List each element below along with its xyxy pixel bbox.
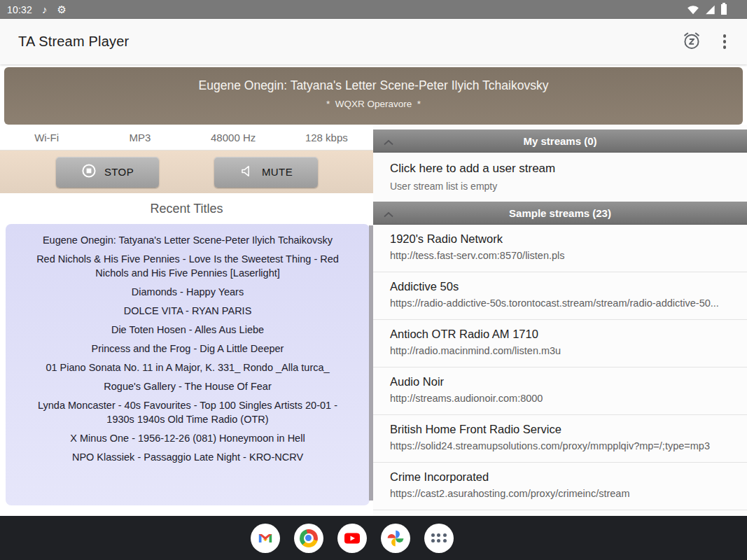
recent-title: NPO Klassiek - Passaggio Late Night - KR… (25, 450, 350, 464)
stream-item[interactable]: Antioch OTR Radio AM 1710 http://radio.m… (373, 320, 747, 368)
sample-streams-header-label: Sample streams (23) (373, 207, 747, 219)
mute-button[interactable]: MUTE (214, 157, 318, 188)
photos-icon[interactable] (381, 524, 410, 553)
stream-item[interactable]: British Home Front Radio Service https:/… (373, 415, 747, 463)
recent-title: Rogue's Gallery - The House Of Fear (25, 379, 350, 393)
add-user-stream-title: Click here to add a user stream (390, 162, 747, 176)
now-playing-title: Eugene Onegin: Tatyana's Letter Scene-Pe… (4, 78, 743, 93)
stream-item[interactable]: Audio Noir http://streams.audionoir.com:… (373, 368, 747, 415)
user-stream-empty-note: User stream list is empty (390, 181, 747, 192)
stream-item[interactable]: Crime Incorporated https://cast2.asuraho… (373, 463, 747, 510)
stream-name: Crime Incorporated (390, 470, 737, 484)
app-title: TA Stream Player (18, 34, 129, 50)
nav-bar (0, 516, 747, 560)
recent-titles-list: Eugene Onegin: Tatyana's Letter Scene-Pe… (6, 224, 370, 505)
chevron-up-icon (383, 136, 394, 148)
recent-title: Princess and the Frog - Dig A Little Dee… (25, 342, 350, 356)
stream-name: Audio Noir (390, 375, 737, 388)
recent-title: DOLCE VITA - RYAN PARIS (25, 304, 350, 318)
recent-title: Diamonds - Happy Years (25, 285, 350, 299)
youtube-icon[interactable] (337, 524, 367, 553)
playback-controls: STOP MUTE (0, 150, 373, 193)
music-note-icon: ♪ (42, 4, 48, 15)
status-time: 10:32 (7, 4, 32, 15)
app-drawer-icon[interactable] (424, 524, 454, 553)
battery-icon (720, 3, 727, 17)
sample-rate: 48000 Hz (187, 132, 280, 144)
stream-item[interactable]: 1920's Radio Network http://tess.fast-se… (373, 225, 747, 272)
stop-icon (81, 163, 97, 181)
add-user-stream-row[interactable]: Click here to add a user stream User str… (373, 153, 747, 202)
now-playing-banner: Eugene Onegin: Tatyana's Letter Scene-Pe… (4, 67, 743, 125)
stream-name: 1920's Radio Network (390, 232, 737, 246)
stream-name: Antioch OTR Radio AM 1710 (390, 328, 737, 341)
app-bar-actions (681, 30, 729, 54)
stream-url: http://streams.audionoir.com:8000 (390, 393, 737, 404)
stream-name: British Home Front Radio Service (390, 423, 737, 436)
speaker-icon (239, 164, 254, 181)
bitrate: 128 kbps (280, 132, 373, 144)
gmail-icon[interactable] (251, 524, 280, 553)
recent-title: X Minus One - 1956-12-26 (081) Honeymoon… (25, 431, 350, 445)
status-bar: 10:32 ♪ ⚙ (0, 0, 747, 19)
status-right (687, 3, 727, 17)
stop-label: STOP (104, 166, 134, 178)
now-playing-station: * WQXR Operavore * (4, 99, 743, 109)
recent-list-scrollbar[interactable] (369, 225, 373, 500)
overflow-menu-icon[interactable] (720, 31, 729, 52)
sleep-timer-icon[interactable] (681, 30, 702, 54)
recent-title: Die Toten Hosen - Alles Aus Liebe (25, 323, 350, 337)
recent-titles-header: Recent Titles (0, 193, 373, 224)
dock (251, 524, 454, 553)
recent-title: 01 Piano Sonata No. 11 in A Major, K. 33… (25, 360, 350, 374)
stream-url: http://radio.macinmind.com/listen.m3u (390, 345, 737, 356)
chrome-icon[interactable] (294, 524, 323, 553)
content: Wi-Fi MP3 48000 Hz 128 kbps STOP (0, 125, 747, 516)
mute-label: MUTE (262, 166, 293, 178)
codec: MP3 (93, 132, 186, 144)
recent-title: Eugene Onegin: Tatyana's Letter Scene-Pe… (25, 233, 350, 247)
recent-title: Red Nichols & His Five Pennies - Love Is… (25, 252, 350, 280)
stream-url: https://radio-addictive-50s.torontocast.… (390, 298, 737, 309)
gear-icon: ⚙ (57, 4, 67, 15)
network-type: Wi-Fi (0, 132, 93, 144)
my-streams-header[interactable]: My streams (0) (373, 130, 747, 153)
sample-streams-header[interactable]: Sample streams (23) (373, 202, 747, 225)
stop-button[interactable]: STOP (56, 157, 159, 188)
streams-panel: My streams (0) Click here to add a user … (373, 125, 747, 516)
stream-name: Addictive 50s (390, 280, 737, 293)
stream-info-row: Wi-Fi MP3 48000 Hz 128 kbps (0, 125, 373, 150)
status-left: 10:32 ♪ ⚙ (7, 4, 67, 15)
chevron-up-icon (383, 208, 394, 220)
stream-url: https://solid24.streamupsolutions.com/pr… (390, 440, 737, 451)
my-streams-header-label: My streams (0) (373, 135, 747, 147)
signal-icon (704, 4, 715, 17)
stream-url: http://tess.fast-serv.com:8570/listen.pl… (390, 250, 737, 261)
wifi-icon (687, 4, 699, 17)
player-panel: Wi-Fi MP3 48000 Hz 128 kbps STOP (0, 125, 373, 516)
stream-item[interactable]: Addictive 50s https://radio-addictive-50… (373, 272, 747, 320)
stream-url: https://cast2.asurahosting.com/proxy/cri… (390, 488, 737, 499)
app-bar: TA Stream Player (0, 19, 747, 64)
screen: 10:32 ♪ ⚙ TA Stream Player (0, 0, 747, 560)
recent-title: Lynda Moncaster - 40s Favourites - Top 1… (25, 398, 350, 426)
